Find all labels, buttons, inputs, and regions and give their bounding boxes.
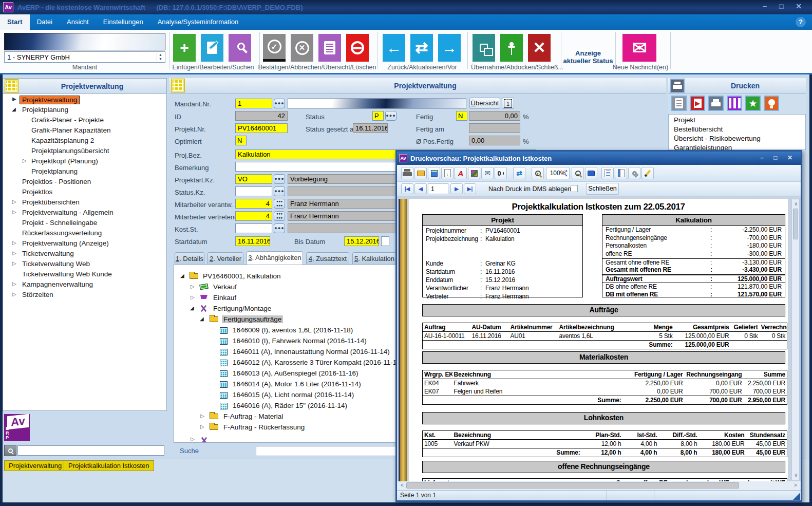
back-button[interactable]: ← (383, 34, 405, 62)
undock-button[interactable] (500, 34, 523, 62)
sidebar-item-projektkopf[interactable]: ▷Projektkopf (Planung) (3, 157, 166, 167)
menu-analyse[interactable]: Analyse/Systeminformation (150, 14, 246, 30)
resize-grip[interactable] (793, 493, 800, 500)
print-button[interactable] (708, 96, 724, 111)
sidebar-item-kampagnenverwaltung[interactable]: ▷Kampagnenverwaltung (3, 280, 166, 290)
sidebar-item-projektuebersichten[interactable]: ▷Projektübersichten (3, 198, 166, 208)
sidebar-item-projektplanungsuebersicht[interactable]: Projektplanungsübersicht (3, 147, 166, 157)
menu-datei[interactable]: Datei (30, 14, 60, 30)
save-button[interactable] (428, 167, 440, 179)
projekt-nr-field[interactable]: PV16460001 (235, 123, 288, 133)
sidebar-search-button[interactable] (4, 445, 16, 456)
sidebar-item-rueckerfassungsverteilung[interactable]: Rückerfassungsverteilung (3, 229, 166, 239)
tab-details[interactable]: 1. Details (175, 252, 204, 264)
refresh-button[interactable]: ⇄ (513, 167, 525, 179)
mit-verantw-lookup-button[interactable]: ●●●●●● (274, 199, 285, 209)
preview-vscrollbar[interactable]: ∧ ∨ (791, 199, 800, 480)
dialog-controls[interactable]: – □ ✕ (760, 154, 797, 161)
notes-button[interactable]: 1 (502, 98, 514, 109)
dms-checkbox[interactable] (571, 185, 578, 192)
find-button[interactable] (495, 167, 507, 179)
menu-einstellungen[interactable]: Einstellungen (96, 14, 150, 30)
status-field[interactable]: P (372, 111, 384, 121)
zoom-out-button[interactable]: − (572, 167, 584, 179)
edit-button[interactable] (641, 167, 654, 179)
sidebar-item-projekt-schnelleingabe[interactable]: Projekt - Schnelleingabe (3, 219, 166, 229)
outline-view-button[interactable] (601, 167, 614, 179)
info-button[interactable] (764, 96, 779, 111)
email-button[interactable]: ✉ (481, 167, 494, 179)
projektart-field[interactable]: VO (235, 174, 272, 184)
sidebar-item-ticketverwaltung-web-kunde[interactable]: Ticketverwaltung Web Kunde (3, 270, 166, 280)
menu-start[interactable]: Start (0, 14, 30, 30)
close-window-button[interactable]: ✕ (528, 34, 551, 62)
tab-verteiler[interactable]: 2. Verteiler (207, 252, 243, 264)
menu-ansicht[interactable]: Ansicht (60, 14, 96, 30)
open-button[interactable] (414, 167, 427, 179)
bis-datum-field[interactable]: 15.12.2016 (344, 236, 379, 246)
mit-vertr-lookup-button[interactable]: ●●●●●● (274, 211, 285, 221)
tab-abhaengigkeiten[interactable]: 3. Abhängigkeiten (247, 251, 303, 265)
zoom-spinner-icon[interactable]: ▲▼ (564, 168, 568, 178)
sidebar-item-projektverwaltung[interactable]: ▶Projektverwaltung (3, 96, 166, 105)
optimiert-field[interactable]: N (235, 136, 247, 145)
sidebar-search-input[interactable] (17, 445, 164, 456)
preview-viewport[interactable]: Projektkalkulation Istkosten zum 22.05.2… (397, 196, 801, 481)
help-icon[interactable]: ? (796, 17, 806, 27)
pdf-button[interactable]: A (455, 167, 467, 179)
print-item-bestelluebersicht[interactable]: Bestellübersicht (674, 125, 723, 133)
delete-button[interactable] (346, 34, 369, 62)
first-page-button[interactable]: |◀ (401, 183, 413, 194)
next-page-button[interactable]: ▶ (450, 183, 463, 194)
sidebar-item-ticketverwaltung-web[interactable]: ▷Ticketverwaltung Web (3, 260, 166, 270)
mandant-nr-field[interactable]: 1 (235, 99, 272, 108)
bis-datum-checkbox[interactable] (381, 236, 389, 246)
status-kz-field[interactable] (235, 186, 272, 196)
sidebar-item-grafik-planer-projekte[interactable]: Grafik-Planer - Projekte (3, 116, 166, 126)
sidebar-item-stoerzeiten[interactable]: ▷Störzeiten (3, 291, 166, 301)
kost-st-field[interactable] (235, 223, 272, 233)
sidebar-item-projektverwaltung-allgemein[interactable]: ▷Projektverwaltung - Allgemein (3, 209, 166, 218)
sidebar-item-ticketverwaltung[interactable]: ▷Ticketverwaltung (3, 250, 166, 259)
print-button[interactable] (401, 167, 413, 179)
sidebar-item-projektverwaltung-anzeige[interactable]: ▷Projektverwaltung (Anzeige) (3, 239, 166, 249)
edit-button[interactable] (201, 34, 223, 62)
last-page-button[interactable]: ▶| (464, 183, 476, 194)
page-number-input[interactable]: 1 (428, 183, 448, 194)
projektart-lookup-button[interactable]: ●●● (274, 174, 285, 184)
fertig-field[interactable]: N (456, 111, 467, 121)
status-kz-lookup-button[interactable]: ●●● (274, 186, 285, 196)
tab-zusatztext[interactable]: 4. Zusatztext (306, 252, 349, 264)
mit-vertr-field[interactable]: 4 (235, 211, 272, 221)
mandant-lookup-button[interactable]: ●●● (274, 99, 285, 108)
prev-page-button[interactable]: ◀ (414, 183, 427, 194)
search-button[interactable] (229, 34, 251, 62)
confirm-button[interactable]: ✓ (263, 34, 286, 62)
new-message-button[interactable]: ✉ (622, 34, 656, 62)
preview-hscrollbar[interactable]: < > (397, 481, 801, 490)
sidebar-item-projektlos[interactable]: Projektlos (3, 188, 166, 198)
close-preview-button[interactable]: Schließen (586, 183, 619, 195)
tab-kalkulation[interactable]: 5. Kalkulation (352, 252, 396, 264)
forward-button[interactable]: → (438, 34, 461, 62)
sidebar-item-kapazitaetsplanung[interactable]: Kapazitätsplanung 2 (3, 137, 166, 146)
sidebar-item-projektlos-positionen[interactable]: Projektlos - Positionen (3, 178, 166, 188)
insert-button[interactable]: + (173, 34, 196, 62)
settings-button[interactable] (628, 167, 640, 179)
takeover-button[interactable] (473, 34, 495, 62)
print-item-projekt[interactable]: Projekt (674, 116, 695, 124)
export-button[interactable]: ↓ (441, 167, 454, 179)
refresh-button[interactable]: ⇄ (410, 34, 433, 62)
zoom-level-input[interactable]: 100%▲▼ (546, 167, 570, 179)
print-item-risikobewertung[interactable]: Übersicht - Risikobewertung (674, 135, 761, 142)
split-view-button[interactable] (615, 167, 627, 179)
kost-st-lookup-button[interactable]: ●●● (274, 223, 285, 233)
mit-verantw-field[interactable]: 4 (235, 199, 272, 209)
pdf-export-button[interactable] (690, 96, 705, 111)
sidebar-item-projektplanung-2[interactable]: Projektplanung (3, 167, 166, 177)
favorites-button[interactable]: ★ (745, 96, 761, 111)
export-image-button[interactable] (468, 167, 480, 179)
overview-button[interactable] (318, 34, 341, 62)
uebersicht-button[interactable]: Übersicht (469, 98, 500, 109)
startdatum-field[interactable]: 16.11.2016 (235, 236, 270, 246)
